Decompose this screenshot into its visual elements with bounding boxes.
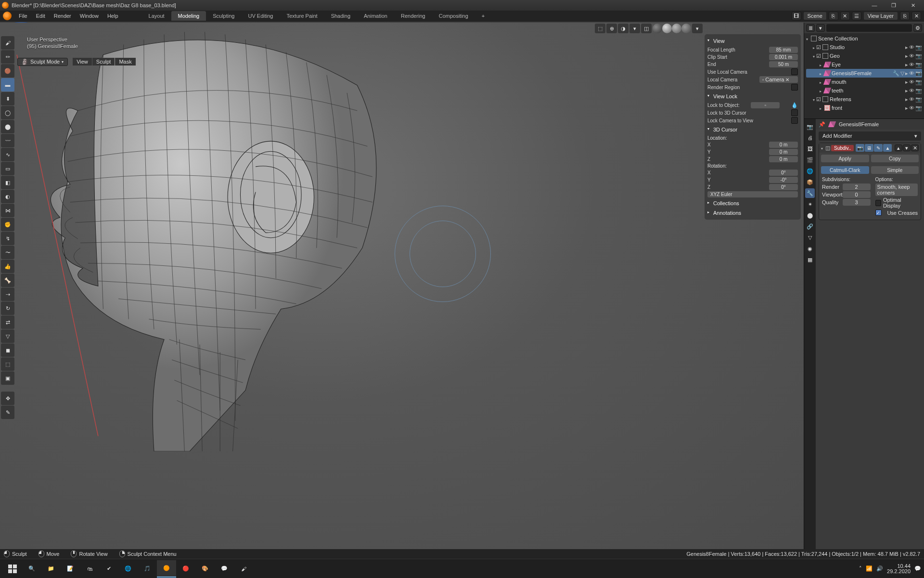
tree-item[interactable]: 🖼front▸👁📷 <box>806 104 922 112</box>
tab-modeling[interactable]: Modeling <box>171 11 206 21</box>
output-tab[interactable]: 🖨 <box>805 133 815 143</box>
optimal-display-check[interactable] <box>875 200 881 206</box>
tray-up-icon[interactable]: ˄ <box>859 565 862 572</box>
spotify-icon[interactable]: 🎵 <box>138 560 157 578</box>
cursor-rx[interactable]: 0° <box>769 170 798 176</box>
tree-item[interactable]: mouth▸👁📷 <box>806 78 922 86</box>
mod-realtime-vis[interactable]: 🖥 <box>865 144 873 152</box>
draw-tool[interactable]: 🖌 <box>1 36 14 50</box>
menu-window[interactable]: Window <box>76 11 103 21</box>
tab-render[interactable]: Rendering <box>394 11 432 21</box>
app-icon[interactable]: 💬 <box>215 560 234 578</box>
viewlayer-icon[interactable]: ☰ <box>852 12 861 20</box>
box-mask-tool[interactable]: ⬚ <box>1 357 14 371</box>
blender-logo-icon[interactable] <box>3 12 12 20</box>
mask-tool[interactable]: ◼ <box>1 343 14 357</box>
world-tab[interactable]: 🌐 <box>805 166 815 176</box>
n-panel[interactable]: View Focal Length85 mm Clip Start0.001 m… <box>705 34 801 220</box>
clay-tool[interactable]: 🟤 <box>1 64 14 78</box>
viewlock-header[interactable]: View Lock <box>707 92 798 101</box>
lockcam-check[interactable] <box>791 117 798 124</box>
localcam-select[interactable]: ▫ Camera ✕ <box>759 76 798 83</box>
collections-header[interactable]: Collections <box>707 198 798 208</box>
shading-menu-icon[interactable]: ▾ <box>692 24 703 33</box>
blender-task[interactable]: 🟠 <box>157 560 176 578</box>
viewport-levels[interactable]: 0 <box>843 191 871 198</box>
viewlayer-del-icon[interactable]: ✕ <box>911 12 921 20</box>
scene-name[interactable]: Scene <box>803 12 827 20</box>
transform-tool[interactable]: ✥ <box>1 392 14 405</box>
menu-render[interactable]: Render <box>50 11 76 21</box>
mod-movedown[interactable]: ▾ <box>903 144 911 151</box>
app-icon[interactable]: 🔴 <box>176 560 195 578</box>
tree-item-selected[interactable]: Genesis8Female🔧▽▸👁📷 <box>806 69 922 78</box>
object-tab[interactable]: 📦 <box>805 177 815 187</box>
snake-hook-tool[interactable]: 〜 <box>1 246 14 259</box>
notifications-icon[interactable]: 💬 <box>914 565 921 572</box>
view-menu[interactable]: View <box>73 58 92 66</box>
modifier-name-input[interactable]: Subdiv.. <box>831 145 854 151</box>
menu-edit[interactable]: Edit <box>32 11 50 21</box>
annotate-tool[interactable]: ✎ <box>1 406 14 419</box>
cursor-ry[interactable]: -0° <box>769 177 798 183</box>
fill-tool[interactable]: ◧ <box>1 176 14 189</box>
slide-tool[interactable]: ⇄ <box>1 315 14 329</box>
mod-render-vis[interactable]: 📷 <box>856 144 864 152</box>
scene-browse-icon[interactable]: 🎞 <box>792 12 801 20</box>
simplify-tool[interactable]: ▽ <box>1 329 14 343</box>
tree-item[interactable]: Eye▸👁📷 <box>806 60 922 69</box>
start-button[interactable] <box>3 560 22 578</box>
apply-button[interactable]: Apply <box>821 155 869 162</box>
mod-edit-vis[interactable]: ✎ <box>874 144 883 152</box>
viewlayer-name[interactable]: View Layer <box>863 12 898 20</box>
rendered-shading-icon[interactable] <box>681 24 691 33</box>
clock-date[interactable]: 29.2.2020 <box>887 569 911 574</box>
clipend-input[interactable]: 50 m <box>769 61 798 67</box>
mask-menu[interactable]: Mask <box>115 58 135 66</box>
tab-comp[interactable]: Compositing <box>432 11 475 21</box>
sculpt-menu[interactable]: Sculpt <box>92 58 115 66</box>
menu-help[interactable]: Help <box>103 11 123 21</box>
menu-file[interactable]: File <box>14 11 32 21</box>
simple-button[interactable]: Simple <box>871 166 919 174</box>
app-icon[interactable]: 🎨 <box>195 560 215 578</box>
renderregion-check[interactable] <box>791 84 798 91</box>
overlay-toggle-icon[interactable]: ◑ <box>618 24 629 33</box>
clipstart-input[interactable]: 0.001 m <box>769 54 798 60</box>
view-panel-header[interactable]: View <box>707 36 798 46</box>
texture-tab[interactable]: ▦ <box>805 255 815 264</box>
render-levels[interactable]: 2 <box>843 184 871 190</box>
scene-new-icon[interactable]: ⎘ <box>829 12 838 20</box>
cursor-rz[interactable]: 0° <box>769 184 798 190</box>
tab-shading[interactable]: Shading <box>324 11 357 21</box>
elastic-tool[interactable]: ↯ <box>1 232 14 245</box>
pose-tool[interactable]: 🦴 <box>1 274 14 287</box>
constraints-tab[interactable]: 🔗 <box>805 222 815 231</box>
tree-item[interactable]: ☑ Studio▸👁📷 <box>806 43 922 52</box>
shading-modes[interactable] <box>653 24 691 33</box>
tree-item[interactable]: ☑ Referens▸👁📷 <box>806 95 922 104</box>
clay-strips-tool[interactable]: ▬ <box>1 78 14 92</box>
add-modifier-dropdown[interactable]: Add Modifier▾ <box>819 131 921 141</box>
nudge-tool[interactable]: ⇢ <box>1 288 14 301</box>
wifi-icon[interactable]: 📶 <box>866 565 873 572</box>
close-button[interactable]: ✕ <box>904 1 922 10</box>
focal-input[interactable]: 85 mm <box>769 47 798 53</box>
todoist-icon[interactable]: ✔ <box>99 560 118 578</box>
material-tab[interactable]: ◉ <box>805 244 815 253</box>
scrape-tool[interactable]: ◐ <box>1 190 14 203</box>
cursor-x[interactable]: 0 m <box>769 142 798 148</box>
pinch-tool[interactable]: ⋈ <box>1 204 14 217</box>
cursor-y[interactable]: 0 m <box>769 149 798 155</box>
particles-tab[interactable]: ✴ <box>805 199 815 209</box>
outliner-type-icon[interactable]: ≣ <box>806 24 815 32</box>
catmull-button[interactable]: Catmull-Clark <box>821 166 869 174</box>
copy-button[interactable]: Copy <box>871 155 919 162</box>
minimize-button[interactable]: — <box>865 1 884 10</box>
thumb-tool[interactable]: 👍 <box>1 260 14 273</box>
cursor-z[interactable]: 0 m <box>769 156 798 162</box>
tab-sculpting[interactable]: Sculpting <box>206 11 241 21</box>
use-creases-check[interactable] <box>875 210 882 216</box>
crease-tool[interactable]: 〰 <box>1 134 14 147</box>
localcam-check[interactable] <box>791 68 798 75</box>
